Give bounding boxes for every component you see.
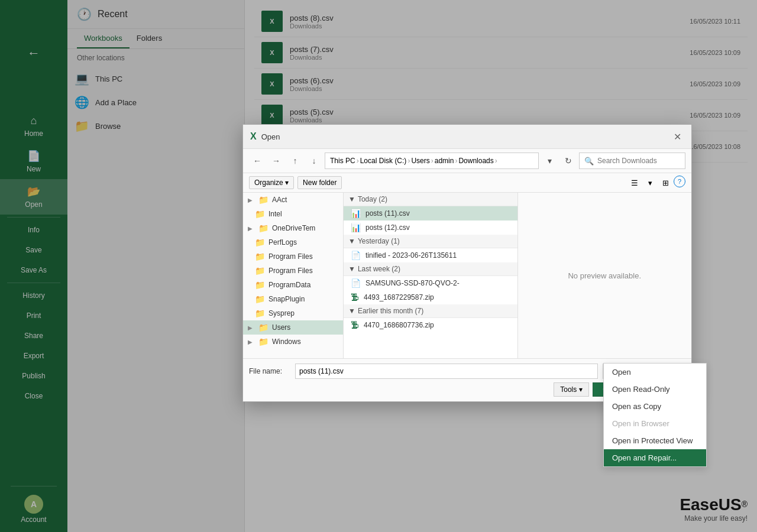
breadcrumb-separator: › (431, 157, 434, 165)
collapse-icon: ▼ (348, 237, 355, 245)
back-nav-button[interactable]: ← (249, 153, 266, 169)
search-icon: 🔍 (584, 157, 594, 166)
dropdown-open[interactable]: Open (604, 364, 706, 381)
csv-icon: 📊 (351, 209, 361, 218)
group-label: Today (2) (358, 195, 387, 203)
folder-name: Program Files (268, 252, 313, 261)
file-item-samsung[interactable]: 📄 SAMSUNG-SSD-870-QVO-2- (344, 276, 517, 290)
breadcrumb-item: admin (435, 157, 454, 165)
dropdown-open-copy[interactable]: Open as Copy (604, 398, 706, 415)
folder-icon: 📁 (258, 337, 268, 346)
new-folder-button[interactable]: New folder (297, 176, 342, 189)
dropdown-nav-button[interactable]: ▾ (541, 153, 558, 169)
folder-icon: 📁 (255, 252, 265, 261)
help-button[interactable]: ? (674, 176, 685, 187)
folder-programfiles1[interactable]: 📁 Program Files (243, 249, 343, 264)
folder-perflogs[interactable]: 📁 PerfLogs (243, 235, 343, 249)
folder-windows[interactable]: ▶ 📁 Windows (243, 335, 343, 349)
forward-nav-button[interactable]: → (268, 153, 284, 169)
collapse-icon: ▼ (348, 307, 355, 315)
csv-icon: 📊 (351, 223, 361, 232)
detail-view-button[interactable]: ⊞ (658, 176, 672, 190)
dropdown-open-protected[interactable]: Open in Protected View (604, 432, 706, 449)
folder-icon: 📁 (258, 323, 268, 332)
folder-name: OneDriveTem (272, 224, 315, 232)
zip-icon: 🗜 (351, 320, 359, 330)
folder-icon: 📁 (255, 209, 265, 219)
file-item-posts12[interactable]: 📊 posts (12).csv (344, 220, 517, 235)
filename-label: File name: (249, 367, 290, 375)
organize-button[interactable]: Organize ▾ (249, 176, 294, 189)
breadcrumb-separator: › (357, 157, 359, 165)
file-name: SAMSUNG-SSD-870-QVO-2- (365, 279, 460, 287)
dialog-body: ▶ 📁 AAct 📁 Intel ▶ 📁 OneDriveTem 📁 PerfL… (243, 193, 691, 358)
down-nav-button[interactable]: ↓ (306, 153, 322, 169)
breadcrumb-separator: › (455, 157, 457, 165)
tools-button[interactable]: Tools ▾ (554, 382, 589, 397)
search-input[interactable] (597, 157, 680, 165)
no-preview-panel: No preview available. (517, 193, 692, 358)
folder-name: Program Files (268, 267, 313, 275)
file-group-header[interactable]: ▼ Yesterday (1) (344, 235, 517, 248)
open-dropdown-menu: Open Open Read-Only Open as Copy Open in… (603, 363, 707, 467)
folder-icon: 📁 (258, 195, 268, 205)
file-group-header[interactable]: ▼ Today (2) (344, 193, 517, 206)
folder-name: PerfLogs (268, 238, 297, 246)
file-item-4470[interactable]: 🗜 4470_1686807736.zip (344, 318, 517, 332)
folder-icon: 📁 (255, 309, 265, 318)
folder-icon: 📁 (255, 280, 265, 290)
group-label: Yesterday (1) (358, 237, 400, 245)
folder-name: Sysprep (268, 309, 295, 317)
filename-input[interactable] (295, 364, 598, 379)
folder-name: Users (272, 323, 290, 332)
breadcrumb-bar[interactable]: This PC › Local Disk (C:) › Users › admi… (325, 153, 539, 169)
folder-name: AAct (272, 196, 287, 204)
file-group-header[interactable]: ▼ Earlier this month (7) (344, 304, 517, 318)
file-group-header[interactable]: ▼ Last week (2) (344, 262, 517, 276)
up-nav-button[interactable]: ↑ (287, 153, 303, 169)
dropdown-open-repair[interactable]: Open and Repair... (604, 449, 706, 466)
dialog-folder-tree: ▶ 📁 AAct 📁 Intel ▶ 📁 OneDriveTem 📁 PerfL… (243, 193, 344, 358)
zip-icon: 🗜 (351, 293, 359, 302)
no-preview-text: No preview available. (568, 271, 641, 280)
folder-icon: 📁 (255, 294, 265, 304)
file-item-tinified[interactable]: 📄 tinified - 2023-06-26T135611 (344, 248, 517, 262)
folder-name: SnapPlugin (268, 295, 305, 303)
refresh-button[interactable]: ↻ (560, 153, 577, 169)
tools-label: Tools (560, 385, 577, 394)
folder-onedrive[interactable]: ▶ 📁 OneDriveTem (243, 221, 343, 235)
expand-icon: ▶ (248, 325, 255, 331)
file-name: tinified - 2023-06-26T135611 (365, 251, 457, 259)
file-item-4493[interactable]: 🗜 4493_1687229587.zip (344, 290, 517, 304)
collapse-icon: ▼ (348, 265, 355, 273)
folder-users[interactable]: ▶ 📁 Users (243, 320, 343, 335)
file-item-posts11[interactable]: 📊 posts (11).csv (344, 206, 517, 220)
expand-icon: ▶ (248, 197, 255, 203)
folder-name: Intel (268, 210, 282, 218)
file-name: 4493_1687229587.zip (364, 293, 434, 301)
expand-icon: ▶ (248, 339, 255, 345)
breadcrumb-item: This PC (330, 157, 355, 165)
file-name: 4470_1686807736.zip (364, 321, 434, 329)
dropdown-open-readonly[interactable]: Open Read-Only (604, 381, 706, 398)
folder-aact[interactable]: ▶ 📁 AAct (243, 193, 343, 207)
tools-dropdown-icon: ▾ (579, 385, 583, 394)
folder-icon: 📁 (255, 238, 265, 247)
folder-snapplugin[interactable]: 📁 SnapPlugin (243, 292, 343, 306)
dialog-nav-toolbar: ← → ↑ ↓ This PC › Local Disk (C:) › User… (243, 149, 691, 173)
breadcrumb-separator: › (495, 157, 497, 165)
dropdown-open-browser: Open in Browser (604, 415, 706, 432)
folder-sysprep[interactable]: 📁 Sysprep (243, 306, 343, 320)
dialog-title: X Open (250, 131, 280, 142)
folder-programdata[interactable]: 📁 ProgramData (243, 278, 343, 292)
folder-programfiles2[interactable]: 📁 Program Files (243, 264, 343, 278)
breadcrumb-item: Downloads (458, 157, 493, 165)
breadcrumb-item: Local Disk (C:) (360, 157, 407, 165)
view-dropdown-button[interactable]: ▾ (643, 176, 657, 190)
file-icon: 📄 (351, 278, 361, 288)
dialog-close-button[interactable]: ✕ (670, 129, 684, 144)
folder-intel[interactable]: 📁 Intel (243, 207, 343, 221)
search-bar: 🔍 (579, 153, 685, 169)
list-view-button[interactable]: ☰ (627, 176, 642, 190)
view-buttons: ☰ ▾ ⊞ ? (627, 176, 685, 190)
